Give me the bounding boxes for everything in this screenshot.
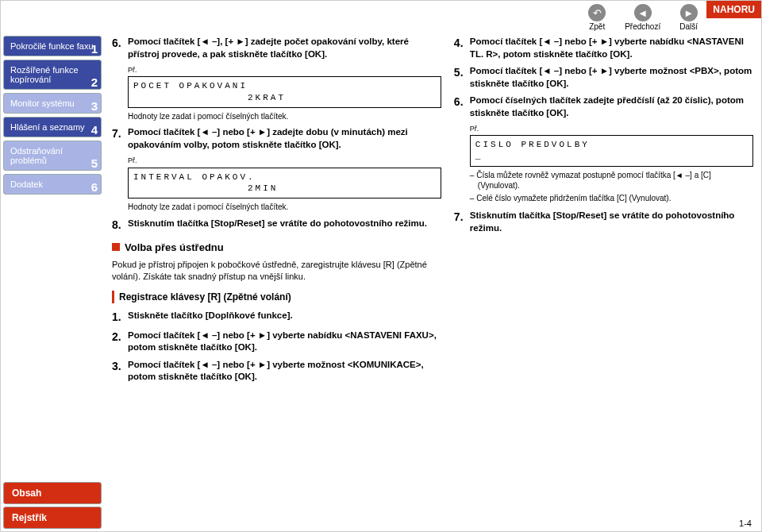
step-text: Pomocí tlačítek [◄ –] nebo [+ ►] vyberte… bbox=[470, 65, 753, 90]
list-item: – Celé číslo vymažete přidržením tlačítk… bbox=[470, 193, 753, 204]
example-label: Př. bbox=[128, 65, 441, 75]
sidebar-item-num: 6 bbox=[91, 183, 98, 192]
step-number: 3. bbox=[112, 359, 128, 384]
main-content: 6. Pomocí tlačítek [◄ –], [+ ►] zadejte … bbox=[112, 36, 753, 515]
sidebar-item-copy[interactable]: Rozšířené funkce kopírování 2 bbox=[3, 60, 102, 90]
step-6b: 6. Pomocí číselných tlačítek zadejte pře… bbox=[454, 94, 753, 119]
reg-step-1: 1. Stiskněte tlačítko [Doplňkové funkce]… bbox=[112, 310, 441, 325]
step-8: 8. Stisknutím tlačítka [Stop/Reset] se v… bbox=[112, 218, 441, 233]
prev-icon: ◄ bbox=[634, 4, 652, 21]
sidebar-item-monitor[interactable]: Monitor systému 3 bbox=[3, 93, 102, 114]
prev-label: Předchozí bbox=[625, 22, 660, 31]
index-button[interactable]: Rejstřík bbox=[3, 507, 102, 529]
step-text: Stisknutím tlačítka [Stop/Reset] se vrát… bbox=[128, 218, 427, 233]
sidebar-item-reports[interactable]: Hlášení a seznamy 4 bbox=[3, 117, 102, 137]
step-number: 6. bbox=[112, 36, 128, 60]
sidebar: Pokročilé funkce faxu 1 Rozšířené funkce… bbox=[1, 33, 104, 195]
step-number: 7. bbox=[112, 126, 128, 151]
step-7b: 7. Stisknutím tlačítka [Stop/Reset] se v… bbox=[454, 210, 753, 234]
step-number: 6. bbox=[454, 94, 470, 119]
section-heading: Volba přes ústřednu bbox=[112, 241, 441, 255]
display-box: POCET OPAKOVANI 2KRAT bbox=[128, 76, 441, 108]
up-button[interactable]: NAHORU bbox=[706, 1, 761, 18]
list-item: – Čísla můžete rovněž vymazat postupně p… bbox=[470, 170, 753, 191]
note-text: Hodnoty lze zadat i pomocí číselných tla… bbox=[128, 202, 441, 213]
step-text: Stisknutím tlačítka [Stop/Reset] se vrát… bbox=[470, 210, 753, 234]
step-text: Pomocí tlačítek [◄ –] nebo [+ ►] vyberte… bbox=[128, 359, 441, 384]
top-bar: ↶ Zpět ◄ Předchozí ► Další NAHORU bbox=[1, 1, 761, 33]
sidebar-item-label: Pokročilé funkce faxu bbox=[10, 41, 94, 51]
step-text: Pomocí tlačítek [◄ –] nebo [+ ►] vyberte… bbox=[128, 330, 441, 354]
back-label: Zpět bbox=[589, 22, 605, 31]
next-icon: ► bbox=[680, 4, 698, 21]
step-text: Pomocí tlačítek [◄ –] nebo [+ ►] zadejte… bbox=[128, 126, 441, 151]
sidebar-item-num: 1 bbox=[91, 44, 98, 54]
step-4: 4. Pomocí tlačítek [◄ –] nebo [+ ►] vybe… bbox=[454, 36, 753, 60]
sidebar-item-num: 4 bbox=[91, 125, 98, 135]
column-right: 4. Pomocí tlačítek [◄ –] nebo [+ ►] vybe… bbox=[454, 36, 753, 515]
sidebar-item-label: Dodatek bbox=[10, 179, 43, 189]
back-button[interactable]: ↶ Zpět bbox=[588, 4, 606, 31]
sidebar-bottom: Obsah Rejstřík bbox=[1, 480, 104, 531]
sidebar-item-fax[interactable]: Pokročilé funkce faxu 1 bbox=[3, 36, 102, 56]
sidebar-item-label: Rozšířené funkce kopírování bbox=[10, 65, 79, 84]
notes-list: – Čísla můžete rovněž vymazat postupně p… bbox=[470, 170, 753, 204]
note-text: Hodnoty lze zadat i pomocí číselných tla… bbox=[128, 111, 441, 122]
step-7: 7. Pomocí tlačítek [◄ –] nebo [+ ►] zade… bbox=[112, 126, 441, 151]
step-text: Pomocí číselných tlačítek zadejte předčí… bbox=[470, 94, 753, 119]
display-box: CISLO PREDVOLBY _ bbox=[470, 135, 753, 167]
sidebar-item-num: 2 bbox=[91, 78, 98, 87]
top-nav: ↶ Zpět ◄ Předchozí ► Další bbox=[588, 4, 698, 31]
page-number: 1-4 bbox=[739, 519, 752, 528]
sidebar-item-num: 3 bbox=[91, 102, 98, 111]
sidebar-item-label: Hlášení a seznamy bbox=[10, 122, 85, 132]
contents-button[interactable]: Obsah bbox=[3, 482, 102, 504]
step-number: 7. bbox=[454, 210, 470, 234]
heading-text: Volba přes ústřednu bbox=[125, 241, 224, 255]
sidebar-item-num: 5 bbox=[91, 159, 98, 168]
step-number: 8. bbox=[112, 218, 128, 233]
sidebar-item-label: Monitor systému bbox=[10, 98, 75, 108]
step-text: Stiskněte tlačítko [Doplňkové funkce]. bbox=[128, 310, 293, 325]
step-number: 2. bbox=[112, 330, 128, 354]
step-6: 6. Pomocí tlačítek [◄ –], [+ ►] zadejte … bbox=[112, 36, 441, 60]
step-5: 5. Pomocí tlačítek [◄ –] nebo [+ ►] vybe… bbox=[454, 65, 753, 90]
back-icon: ↶ bbox=[588, 4, 606, 21]
page-root: ↶ Zpět ◄ Předchozí ► Další NAHORU Pokroč… bbox=[0, 0, 762, 532]
next-label: Další bbox=[679, 22, 698, 31]
next-button[interactable]: ► Další bbox=[679, 4, 698, 31]
reg-step-2: 2. Pomocí tlačítek [◄ –] nebo [+ ►] vybe… bbox=[112, 330, 441, 354]
step-number: 5. bbox=[454, 65, 470, 90]
display-box: INTERVAL OPAKOV. 2MIN bbox=[128, 168, 441, 199]
paragraph: Pokud je přístroj připojen k pobočkové ú… bbox=[112, 259, 441, 283]
example-label: Př. bbox=[128, 156, 441, 165]
subsection-heading: Registrace klávesy [R] (Zpětné volání) bbox=[112, 291, 441, 303]
column-left: 6. Pomocí tlačítek [◄ –], [+ ►] zadejte … bbox=[112, 36, 441, 515]
step-number: 4. bbox=[454, 36, 470, 60]
square-icon bbox=[112, 243, 120, 251]
example-label: Př. bbox=[470, 124, 753, 133]
reg-step-3: 3. Pomocí tlačítek [◄ –] nebo [+ ►] vybe… bbox=[112, 359, 441, 384]
step-number: 1. bbox=[112, 310, 128, 325]
sidebar-item-troubleshoot[interactable]: Odstraňování problémů 5 bbox=[3, 141, 102, 171]
sidebar-item-label: Odstraňování problémů bbox=[10, 146, 63, 165]
sidebar-item-appendix[interactable]: Dodatek 6 bbox=[3, 174, 102, 195]
prev-button[interactable]: ◄ Předchozí bbox=[625, 4, 660, 31]
step-text: Pomocí tlačítek [◄ –] nebo [+ ►] vyberte… bbox=[470, 36, 753, 60]
step-text: Pomocí tlačítek [◄ –], [+ ►] zadejte poč… bbox=[128, 36, 441, 60]
